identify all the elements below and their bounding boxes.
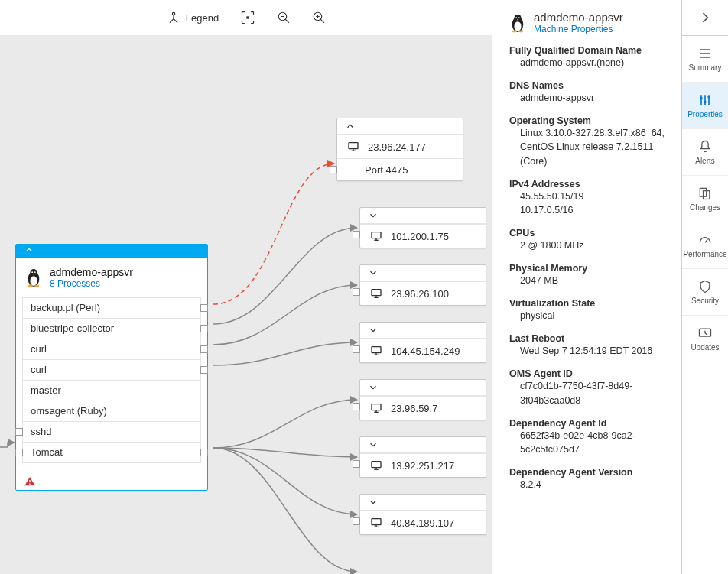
sidebar-item-label: Alerts	[695, 157, 715, 165]
sidebar-item-label: Properties	[687, 110, 723, 118]
sidebar-item-updates[interactable]: Updates	[682, 316, 728, 362]
property-group: Dependency Agent Version8.2.4	[509, 467, 668, 491]
port-in-indicator	[353, 345, 360, 353]
node-expand-toggle[interactable]	[360, 323, 486, 339]
zoom-out-icon	[277, 11, 291, 24]
machine-name: admdemo-appsvr	[50, 266, 133, 278]
property-label: Fully Qualified Domain Name	[509, 45, 668, 56]
monitor-icon	[369, 287, 383, 300]
chevron-down-icon	[368, 210, 379, 221]
node-ip: 104.45.154.249	[391, 345, 460, 357]
list-icon	[697, 46, 713, 61]
machine-subtitle[interactable]: 8 Processes	[50, 278, 133, 289]
machine-card[interactable]: admdemo-appsvr 8 Processes backup.pl (Pe…	[15, 244, 208, 491]
machine-card-titlebar[interactable]	[16, 245, 207, 258]
shield-icon	[697, 279, 713, 294]
sidebar-item-performance[interactable]: Performance	[682, 222, 728, 269]
svg-point-22	[29, 484, 31, 485]
sidebar-item-alerts[interactable]: Alerts	[682, 129, 728, 176]
node-expand-toggle[interactable]	[360, 437, 486, 453]
sidebar-item-changes[interactable]: Changes	[682, 176, 728, 222]
sidebar: SummaryPropertiesAlertsChangesPerformanc…	[681, 0, 728, 574]
property-label: Operating System	[509, 115, 668, 126]
chevron-down-icon	[368, 497, 379, 508]
port-in-indicator	[15, 428, 23, 436]
property-value: 6652f34b-e02e-4cb8-9ca2-5c2c5fc075d7	[520, 429, 668, 456]
dependency-map-canvas[interactable]: admdemo-appsvr 8 Processes backup.pl (Pe…	[0, 35, 492, 574]
svg-rect-13	[247, 16, 249, 18]
target-node[interactable]: 13.92.251.217	[359, 436, 486, 478]
penguin-icon	[25, 268, 42, 287]
svg-point-23	[700, 97, 702, 99]
svg-line-15	[285, 19, 289, 23]
process-row[interactable]: backup.pl (Perl)	[22, 297, 201, 319]
center-button[interactable]	[240, 10, 255, 25]
target-node[interactable]: 101.200.1.75	[359, 207, 486, 248]
process-row[interactable]: bluestripe-collector	[22, 319, 201, 339]
chevron-down-icon	[368, 325, 379, 336]
panel-subtitle: Machine Properties	[534, 24, 623, 34]
process-row[interactable]: omsagent (Ruby)	[22, 401, 201, 422]
zoom-out-button[interactable]	[277, 11, 291, 24]
process-row[interactable]: sshd	[22, 422, 201, 443]
property-group: DNS Namesadmdemo-appsvr	[509, 80, 668, 105]
property-group: Virtualization Statephysical	[509, 298, 668, 323]
bell-icon	[697, 139, 713, 154]
property-label: IPv4 Addresses	[509, 179, 668, 190]
monitor-icon	[369, 345, 383, 357]
machine-alert[interactable]	[16, 471, 207, 490]
node-collapse-toggle[interactable]	[337, 118, 463, 135]
node-expand-toggle[interactable]	[360, 265, 486, 281]
property-group: Last RebootWed Sep 7 12:54:19 EDT 2016	[509, 333, 668, 358]
svg-line-28	[705, 239, 707, 242]
node-ip: 40.84.189.107	[391, 517, 454, 529]
process-row[interactable]: curl	[22, 360, 201, 381]
property-value: admdemo-appsvr	[520, 91, 668, 105]
target-node[interactable]: 104.45.154.249	[359, 322, 486, 363]
property-value: 2047 MB	[520, 274, 668, 287]
chevron-up-icon	[345, 121, 356, 131]
svg-point-11	[172, 12, 174, 15]
node-expand-toggle[interactable]	[360, 208, 486, 224]
node-ip: 23.96.59.7	[391, 403, 437, 414]
target-node[interactable]: 40.84.189.107	[359, 494, 486, 535]
port-in-indicator	[353, 517, 360, 525]
process-row[interactable]: curl	[22, 339, 201, 360]
target-node[interactable]: 23.96.26.100	[359, 264, 486, 306]
property-group: Operating SystemLinux 3.10.0-327.28.3.el…	[509, 115, 668, 167]
svg-point-25	[707, 96, 710, 98]
process-row[interactable]: Tomcat	[22, 443, 201, 463]
process-row[interactable]: master	[22, 381, 201, 401]
svg-point-24	[704, 101, 706, 103]
node-expand-toggle[interactable]	[360, 380, 486, 396]
port-out-indicator	[200, 366, 208, 374]
node-expand-toggle[interactable]	[360, 495, 486, 511]
target-node-expanded[interactable]: 23.96.24.177 Port 4475	[336, 118, 463, 181]
zoom-in-icon	[312, 11, 326, 24]
property-value: cf7c0d1b-7750-43f7-8d49-3f04b3caa0d8	[520, 379, 668, 407]
property-value: 8.2.4	[520, 478, 668, 491]
property-value: 45.55.50.15/19	[520, 190, 668, 203]
property-group: Fully Qualified Domain Nameadmdemo-appsv…	[509, 45, 668, 70]
target-node[interactable]: 23.96.59.7	[359, 379, 486, 420]
sidebar-item-summary[interactable]: Summary	[682, 36, 728, 83]
sidebar-item-label: Security	[691, 297, 719, 305]
sidebar-item-properties[interactable]: Properties	[682, 83, 728, 129]
zoom-in-button[interactable]	[312, 11, 326, 24]
sidebar-item-security[interactable]: Security	[682, 269, 728, 316]
svg-line-18	[320, 19, 324, 23]
machine-card-header: admdemo-appsvr 8 Processes	[16, 258, 207, 297]
property-group: Dependency Agent Id6652f34b-e02e-4cb8-9c…	[509, 418, 668, 456]
property-group: Physical Memory2047 MB	[509, 263, 668, 287]
property-label: DNS Names	[509, 80, 668, 91]
sidebar-item-label: Summary	[689, 63, 722, 72]
property-value: Linux 3.10.0-327.28.3.el7.x86_64, CentOS…	[520, 126, 668, 167]
property-value: 10.17.0.5/16	[520, 203, 668, 217]
port-out-indicator	[200, 304, 208, 312]
monitor-icon	[369, 230, 383, 242]
property-label: CPUs	[509, 228, 668, 238]
property-value: 2 @ 1800 MHz	[520, 238, 668, 252]
sidebar-collapse-button[interactable]	[682, 0, 728, 36]
legend-button[interactable]: Legend	[166, 10, 219, 25]
node-ip: 13.92.251.217	[391, 460, 454, 472]
